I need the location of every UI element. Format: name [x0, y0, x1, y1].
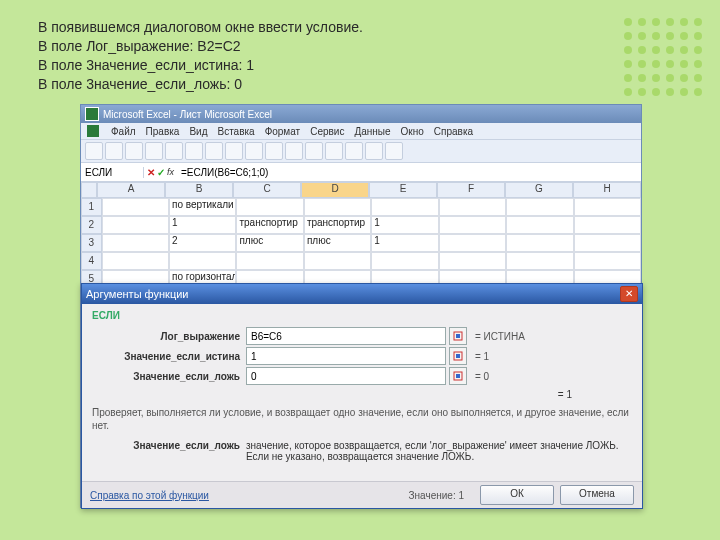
toolbar-button[interactable]	[345, 142, 363, 160]
range-picker-icon[interactable]	[449, 367, 467, 385]
cell[interactable]	[102, 252, 169, 270]
cell[interactable]	[439, 216, 506, 234]
row-header[interactable]: 4	[81, 252, 102, 270]
menu-file[interactable]: Файл	[111, 126, 136, 137]
cell[interactable]: 1	[169, 216, 236, 234]
cell[interactable]: 1	[371, 216, 438, 234]
cell[interactable]: 1	[371, 234, 438, 252]
cell[interactable]	[506, 252, 573, 270]
instructions-text: В появившемся диалоговом окне ввести усл…	[38, 18, 363, 94]
column-header-G[interactable]: G	[505, 182, 573, 198]
column-header-D[interactable]: D	[301, 182, 369, 198]
cell[interactable]	[371, 198, 438, 216]
menu-edit[interactable]: Правка	[146, 126, 180, 137]
column-header-F[interactable]: F	[437, 182, 505, 198]
cell[interactable]	[371, 252, 438, 270]
cell[interactable]: 2	[169, 234, 236, 252]
window-titlebar: Microsoft Excel - Лист Microsoft Excel	[81, 105, 641, 123]
row-header[interactable]: 2	[81, 216, 102, 234]
cell[interactable]	[506, 216, 573, 234]
cell[interactable]: транспортир	[304, 216, 371, 234]
row-header[interactable]: 1	[81, 198, 102, 216]
toolbar-button[interactable]	[205, 142, 223, 160]
instruction-line: В поле 3начение_если_ложь: 0	[38, 75, 363, 94]
arg-label: Значение_если_ложь	[92, 371, 246, 382]
cell[interactable]: по вертикали	[169, 198, 236, 216]
column-header-B[interactable]: B	[165, 182, 233, 198]
ok-button[interactable]: ОК	[480, 485, 554, 505]
toolbar-button[interactable]	[105, 142, 123, 160]
function-name: ЕСЛИ	[92, 310, 632, 321]
column-header-E[interactable]: E	[369, 182, 437, 198]
cell[interactable]	[439, 198, 506, 216]
row-header[interactable]: 3	[81, 234, 102, 252]
result-preview: = 1	[92, 389, 632, 400]
cell[interactable]: плюс	[236, 234, 303, 252]
menu-help[interactable]: Справка	[434, 126, 473, 137]
cell[interactable]	[439, 252, 506, 270]
cell[interactable]	[574, 252, 641, 270]
cell[interactable]	[574, 234, 641, 252]
help-link[interactable]: Справка по этой функции	[90, 490, 209, 501]
cell[interactable]	[102, 216, 169, 234]
close-icon[interactable]: ✕	[620, 286, 638, 302]
menu-tools[interactable]: Сервис	[310, 126, 344, 137]
toolbar	[81, 140, 641, 163]
cell[interactable]: плюс	[304, 234, 371, 252]
menu-format[interactable]: Формат	[265, 126, 301, 137]
arg-label: Значение_если_истина	[92, 351, 246, 362]
column-header-H[interactable]: H	[573, 182, 641, 198]
arg-input-2[interactable]	[246, 367, 446, 385]
range-picker-icon[interactable]	[449, 347, 467, 365]
toolbar-button[interactable]	[125, 142, 143, 160]
cell[interactable]	[574, 216, 641, 234]
toolbar-button[interactable]	[385, 142, 403, 160]
arg-input-0[interactable]	[246, 327, 446, 345]
cell[interactable]	[102, 234, 169, 252]
cell[interactable]	[236, 198, 303, 216]
cell[interactable]	[574, 198, 641, 216]
cell[interactable]	[304, 198, 371, 216]
toolbar-button[interactable]	[265, 142, 283, 160]
cell[interactable]	[236, 252, 303, 270]
cell[interactable]	[439, 234, 506, 252]
cell[interactable]	[102, 198, 169, 216]
name-box[interactable]: ЕСЛИ	[81, 167, 144, 178]
select-all-corner[interactable]	[81, 182, 97, 198]
arg-input-1[interactable]	[246, 347, 446, 365]
toolbar-button[interactable]	[325, 142, 343, 160]
toolbar-button[interactable]	[365, 142, 383, 160]
column-header-C[interactable]: C	[233, 182, 301, 198]
cell[interactable]	[506, 198, 573, 216]
cell[interactable]	[506, 234, 573, 252]
toolbar-button[interactable]	[145, 142, 163, 160]
formula-bar: ЕСЛИ ✕ ✓ fx =ЕСЛИ(B6=C6;1;0)	[81, 163, 641, 182]
accept-formula-icon[interactable]: ✓	[157, 167, 165, 178]
toolbar-button[interactable]	[165, 142, 183, 160]
toolbar-button[interactable]	[285, 142, 303, 160]
toolbar-button[interactable]	[225, 142, 243, 160]
menu-insert[interactable]: Вставка	[217, 126, 254, 137]
toolbar-button[interactable]	[245, 142, 263, 160]
argdesc-name: Значение_если_ложь	[92, 440, 246, 462]
column-header-A[interactable]: A	[97, 182, 165, 198]
cell[interactable]	[169, 252, 236, 270]
menu-data[interactable]: Данные	[354, 126, 390, 137]
argdesc-text: значение, которое возвращается, если 'ло…	[246, 440, 632, 462]
range-picker-icon[interactable]	[449, 327, 467, 345]
toolbar-button[interactable]	[305, 142, 323, 160]
toolbar-button[interactable]	[85, 142, 103, 160]
cell[interactable]: транспортир	[236, 216, 303, 234]
cell[interactable]	[304, 252, 371, 270]
toolbar-button[interactable]	[185, 142, 203, 160]
instruction-line: В поле Лог_выражение: B2=C2	[38, 37, 363, 56]
menu-bar: Файл Правка Вид Вставка Формат Сервис Да…	[81, 123, 641, 140]
menu-view[interactable]: Вид	[189, 126, 207, 137]
doc-icon	[87, 125, 99, 137]
menu-window[interactable]: Окно	[401, 126, 424, 137]
excel-window: Microsoft Excel - Лист Microsoft Excel Ф…	[80, 104, 642, 508]
cancel-button[interactable]: Отмена	[560, 485, 634, 505]
fx-icon[interactable]: fx	[167, 167, 174, 178]
formula-input[interactable]: =ЕСЛИ(B6=C6;1;0)	[177, 167, 641, 178]
cancel-formula-icon[interactable]: ✕	[147, 167, 155, 178]
